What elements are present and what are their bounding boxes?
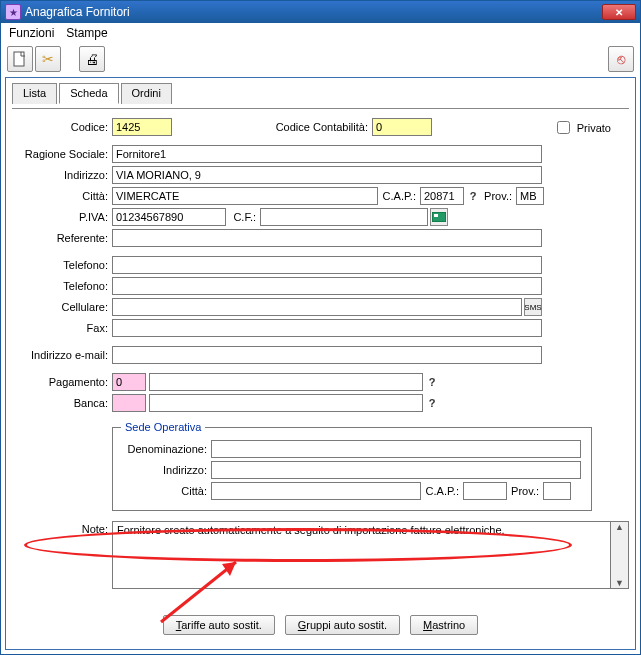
cod-cont-input[interactable] bbox=[372, 118, 432, 136]
svg-rect-2 bbox=[434, 214, 438, 217]
label-tel2: Telefono: bbox=[12, 280, 112, 292]
telefono1-input[interactable] bbox=[112, 256, 542, 274]
sms-icon: SMS bbox=[524, 303, 541, 312]
menubar: Funzioni Stampe bbox=[1, 23, 640, 43]
tab-scheda[interactable]: Scheda bbox=[59, 83, 118, 104]
label-codice: Codice: bbox=[12, 121, 112, 133]
ragione-sociale-input[interactable] bbox=[112, 145, 542, 163]
close-button[interactable]: ✕ bbox=[602, 4, 636, 20]
label-tel1: Telefono: bbox=[12, 259, 112, 271]
sede-citta-input[interactable] bbox=[211, 482, 421, 500]
sede-legend: Sede Operativa bbox=[121, 421, 205, 433]
sms-button[interactable]: SMS bbox=[524, 298, 542, 316]
sede-operativa-group: Sede Operativa Denominazione: Indirizzo:… bbox=[112, 421, 592, 511]
sede-cap-input[interactable] bbox=[463, 482, 507, 500]
label-sede-indirizzo: Indirizzo: bbox=[121, 464, 211, 476]
label-pagamento: Pagamento: bbox=[12, 376, 112, 388]
label-cod-cont: Codice Contabilità: bbox=[272, 121, 372, 133]
banca-desc-input[interactable] bbox=[149, 394, 423, 412]
label-privato: Privato bbox=[577, 122, 611, 134]
cellulare-input[interactable] bbox=[112, 298, 522, 316]
printer-icon: 🖨 bbox=[85, 51, 99, 67]
new-button[interactable] bbox=[7, 46, 33, 72]
label-sede-citta: Città: bbox=[121, 485, 211, 497]
label-fax: Fax: bbox=[12, 322, 112, 334]
tab-underline bbox=[12, 108, 629, 109]
label-sede-cap: C.A.P.: bbox=[421, 485, 463, 497]
scroll-up-icon[interactable]: ▲ bbox=[611, 522, 628, 532]
label-cellulare: Cellulare: bbox=[12, 301, 112, 313]
telefono2-input[interactable] bbox=[112, 277, 542, 295]
label-email: Indirizzo e-mail: bbox=[12, 349, 112, 361]
city-lookup-icon[interactable]: ? bbox=[464, 187, 482, 205]
referente-input[interactable] bbox=[112, 229, 542, 247]
indirizzo-input[interactable] bbox=[112, 166, 542, 184]
scissors-icon: ✂ bbox=[42, 51, 54, 67]
tessera-sanitaria-button[interactable] bbox=[430, 208, 448, 226]
label-referente: Referente: bbox=[12, 232, 112, 244]
codice-input[interactable] bbox=[112, 118, 172, 136]
window-title: Anagrafica Fornitori bbox=[25, 5, 602, 19]
tab-ordini[interactable]: Ordini bbox=[121, 83, 172, 104]
label-rag-soc: Ragione Sociale: bbox=[12, 148, 112, 160]
titlebar: ★ Anagrafica Fornitori ✕ bbox=[1, 1, 640, 23]
svg-rect-0 bbox=[14, 52, 24, 66]
menu-stampe[interactable]: Stampe bbox=[66, 26, 107, 40]
cf-input[interactable] bbox=[260, 208, 428, 226]
toolbar: ✂ 🖨 ⎋ bbox=[1, 43, 640, 75]
cap-input[interactable] bbox=[420, 187, 464, 205]
sede-prov-input[interactable] bbox=[543, 482, 571, 500]
tariffe-button[interactable]: Tariffe auto sostit. bbox=[163, 615, 275, 635]
tab-lista[interactable]: Lista bbox=[12, 83, 57, 104]
pagamento-desc-input[interactable] bbox=[149, 373, 423, 391]
sede-denom-input[interactable] bbox=[211, 440, 581, 458]
prov-input[interactable] bbox=[516, 187, 544, 205]
label-note: Note: bbox=[12, 521, 112, 535]
pagamento-lookup-icon[interactable]: ? bbox=[423, 373, 441, 391]
scroll-down-icon[interactable]: ▼ bbox=[611, 578, 628, 588]
label-citta: Città: bbox=[12, 190, 112, 202]
piva-input[interactable] bbox=[112, 208, 226, 226]
label-cf: C.F.: bbox=[226, 211, 260, 223]
content-panel: Lista Scheda Ordini Codice: Codice Conta… bbox=[5, 77, 636, 650]
exit-button[interactable]: ⎋ bbox=[608, 46, 634, 72]
menu-funzioni[interactable]: Funzioni bbox=[9, 26, 54, 40]
label-cap: C.A.P.: bbox=[378, 190, 420, 202]
mastrino-button[interactable]: Mastrino bbox=[410, 615, 478, 635]
label-banca: Banca: bbox=[12, 397, 112, 409]
pagamento-code-input[interactable] bbox=[112, 373, 146, 391]
note-scrollbar[interactable]: ▲ ▼ bbox=[611, 521, 629, 589]
label-prov: Prov.: bbox=[482, 190, 516, 202]
label-piva: P.IVA: bbox=[12, 211, 112, 223]
delete-button[interactable]: ✂ bbox=[35, 46, 61, 72]
window-frame: ★ Anagrafica Fornitori ✕ Funzioni Stampe… bbox=[0, 0, 641, 655]
gruppi-button[interactable]: Gruppi auto sostit. bbox=[285, 615, 400, 635]
banca-code-input[interactable] bbox=[112, 394, 146, 412]
document-icon bbox=[13, 51, 27, 67]
email-input[interactable] bbox=[112, 346, 542, 364]
note-textarea[interactable] bbox=[112, 521, 611, 589]
label-indirizzo: Indirizzo: bbox=[12, 169, 112, 181]
print-button[interactable]: 🖨 bbox=[79, 46, 105, 72]
tabs: Lista Scheda Ordini bbox=[12, 82, 629, 103]
exit-icon: ⎋ bbox=[617, 51, 625, 67]
citta-input[interactable] bbox=[112, 187, 378, 205]
app-icon: ★ bbox=[5, 4, 21, 20]
sede-indirizzo-input[interactable] bbox=[211, 461, 581, 479]
banca-lookup-icon[interactable]: ? bbox=[423, 394, 441, 412]
label-sede-denom: Denominazione: bbox=[121, 443, 211, 455]
fax-input[interactable] bbox=[112, 319, 542, 337]
card-icon bbox=[432, 212, 446, 222]
privato-checkbox[interactable] bbox=[557, 121, 570, 134]
label-sede-prov: Prov.: bbox=[507, 485, 543, 497]
